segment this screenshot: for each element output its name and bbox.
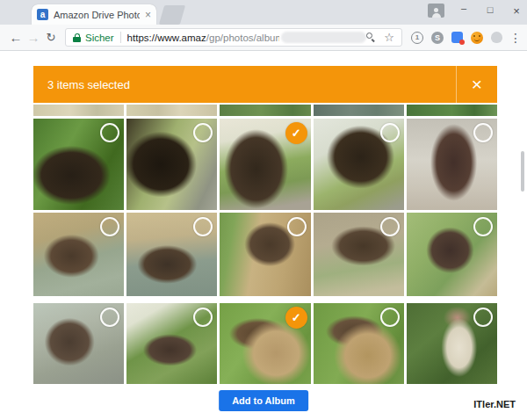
- partial-photo-4[interactable]: [314, 105, 404, 116]
- padlock-icon: [73, 33, 81, 42]
- window-minimize-button[interactable]: –: [455, 3, 473, 13]
- photo-row: ✓: [33, 303, 497, 384]
- back-icon[interactable]: ←: [7, 30, 25, 45]
- selection-checkbox[interactable]: [380, 123, 400, 142]
- selection-checkbox[interactable]: [193, 123, 213, 142]
- photo-bear-forest[interactable]: [126, 119, 217, 210]
- url-path: /gp/photos/albums/ad: [206, 33, 279, 43]
- gray-extension-icon[interactable]: [491, 32, 502, 43]
- window-maximize-button[interactable]: □: [481, 4, 499, 15]
- reload-icon[interactable]: ↻: [42, 31, 60, 44]
- photo-row: [33, 213, 497, 296]
- photo-row: ✓: [33, 119, 497, 210]
- zoom-icon[interactable]: [366, 33, 376, 42]
- watermark: ITler.NET: [473, 399, 516, 409]
- titlebar: a Amazon Drive Photos × – □ ×: [0, 0, 527, 25]
- tab-amazon-drive-photos[interactable]: a Amazon Drive Photos ×: [32, 4, 156, 25]
- photo-otters-in-water[interactable]: [126, 213, 217, 296]
- selection-checkbox[interactable]: [380, 308, 400, 327]
- profile-avatar-button[interactable]: [428, 4, 444, 18]
- partial-photo-5[interactable]: [407, 105, 497, 116]
- photo-otter-on-ledge[interactable]: [314, 213, 404, 296]
- forward-icon[interactable]: →: [25, 30, 42, 45]
- bookmark-star-icon[interactable]: ☆: [384, 32, 394, 43]
- blue-extension-icon[interactable]: [451, 32, 463, 43]
- photo-bear-grazing[interactable]: [33, 119, 124, 210]
- url-host: https://www.amazon.de: [127, 33, 206, 43]
- partial-photo-2[interactable]: [126, 105, 217, 116]
- selection-checkbox[interactable]: [100, 217, 119, 236]
- partial-photo-3[interactable]: [220, 105, 310, 116]
- selection-checkbox[interactable]: [380, 217, 400, 236]
- photo-bear-on-rocks[interactable]: [314, 119, 404, 210]
- selection-checkbox[interactable]: [473, 123, 493, 142]
- selection-checkbox[interactable]: [473, 217, 493, 236]
- photo-stork[interactable]: [407, 303, 497, 384]
- photo-grid: ✓✓: [33, 51, 497, 420]
- tab-title: Amazon Drive Photos: [54, 10, 140, 20]
- photo-otters-foliage[interactable]: [126, 303, 217, 384]
- selection-checkbox[interactable]: [193, 308, 213, 327]
- selection-checkbox[interactable]: [193, 217, 213, 236]
- selected-checkbox[interactable]: ✓: [285, 122, 307, 144]
- circle-1-extension-icon[interactable]: 1: [411, 32, 423, 44]
- person-icon: [434, 8, 438, 12]
- photo-bear-walking-front[interactable]: ✓: [220, 119, 310, 210]
- s-extension-icon[interactable]: S: [431, 32, 444, 44]
- browser-toolbar: ← → ↻ Sicher https://www.amazon.de /gp/p…: [0, 25, 527, 51]
- selection-checkbox[interactable]: [100, 123, 119, 142]
- url-blurred-segment: [281, 32, 366, 43]
- selection-checkbox[interactable]: [100, 308, 119, 327]
- selection-checkbox[interactable]: [287, 217, 307, 236]
- tab-close-icon[interactable]: ×: [145, 10, 151, 20]
- emoji-extension-icon[interactable]: [471, 32, 483, 44]
- photo-otter-diving[interactable]: [407, 119, 497, 210]
- photo-otter-swimming[interactable]: [33, 213, 124, 296]
- security-label: Sicher: [85, 33, 114, 43]
- extension-tray: 1 S: [411, 32, 502, 44]
- selected-checkbox[interactable]: ✓: [285, 307, 307, 329]
- amazon-drive-photos-page: 3 items selected × ✓✓ Add to Album ITler…: [0, 51, 527, 420]
- add-to-album-button[interactable]: Add to Album: [219, 390, 308, 411]
- photo-otter-green-water[interactable]: [407, 213, 497, 296]
- new-tab-button[interactable]: [159, 5, 185, 25]
- photo-chamois-2[interactable]: [314, 303, 404, 384]
- window-close-button[interactable]: ×: [508, 4, 525, 18]
- amazon-drive-favicon: a: [37, 9, 48, 20]
- address-bar[interactable]: Sicher https://www.amazon.de /gp/photos/…: [65, 28, 402, 47]
- partial-photo-1[interactable]: [33, 105, 124, 116]
- divider: [120, 32, 121, 43]
- photo-row-partial: [33, 105, 497, 116]
- photo-otter-on-gray-rock[interactable]: [33, 303, 124, 384]
- photo-otters-climbing-rocks[interactable]: [220, 213, 310, 296]
- chrome-menu-icon[interactable]: ⋮: [509, 31, 520, 45]
- browser-window: a Amazon Drive Photos × – □ × ← → ↻ Sich…: [0, 0, 527, 420]
- selection-checkbox[interactable]: [473, 308, 493, 327]
- photo-chamois-1[interactable]: ✓: [220, 303, 310, 384]
- scrollbar-thumb[interactable]: [521, 151, 524, 192]
